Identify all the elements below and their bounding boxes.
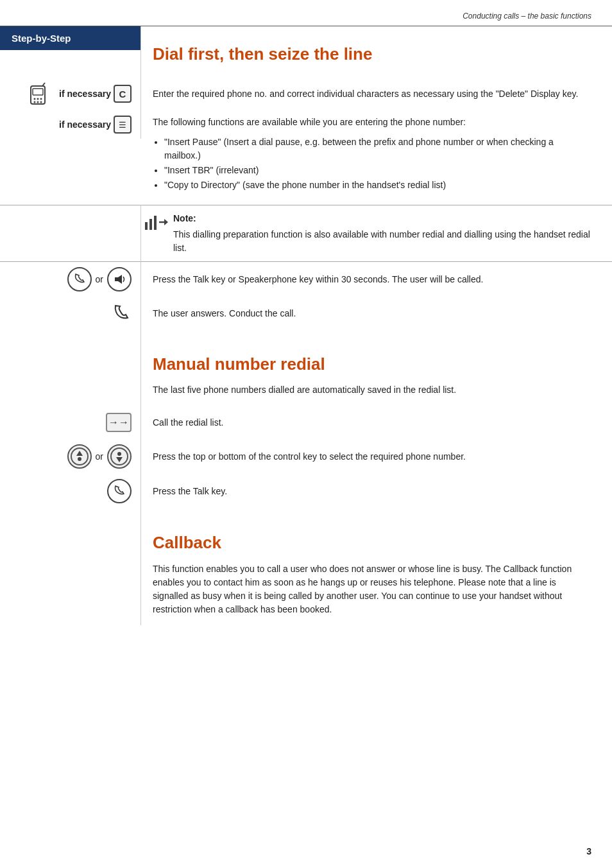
menu-key-icon: ☰ (114, 116, 132, 134)
step-by-step-bar: Step-by-Step (0, 26, 140, 50)
header-area: Step-by-Step Dial first, then seize the … (0, 26, 612, 77)
icon-group-control: or (67, 444, 132, 469)
redial-arrow-icon: →→ (106, 413, 132, 432)
step-row-redial-1: →→ Call the redial list. (0, 406, 612, 439)
title-content-2: Manual number redial The last five phone… (141, 330, 612, 406)
step-text-redial-1: Call the redial list. (141, 406, 612, 439)
step-icon-answer (0, 297, 141, 330)
or-text-control: or (96, 451, 103, 462)
speakerphone-key-icon (107, 267, 132, 291)
note-icon-cell (0, 205, 141, 262)
section3-text: This function enables you to call a user… (153, 562, 591, 616)
step-text-control: Press the top or bottom of the control k… (141, 439, 612, 474)
or-text-talk: or (96, 274, 103, 284)
section2-title: Manual number redial (153, 354, 591, 374)
step-icon-talk2 (0, 474, 141, 508)
section2-intro: The last five phone numbers dialled are … (153, 383, 591, 397)
title-content-3: Callback This function enables you to ca… (141, 508, 612, 625)
step-icon-2: if necessary ☰ (0, 110, 141, 139)
step-row-answer: The user answers. Conduct the call. (0, 297, 612, 330)
note-arrow-icon (144, 213, 168, 235)
svg-point-4 (37, 98, 39, 100)
page-number: 3 (586, 846, 591, 856)
svg-point-5 (40, 98, 42, 100)
svg-point-19 (111, 448, 128, 465)
step-text-talk2: Press the Talk key. (141, 474, 612, 508)
page-header: Conducting calls – the basic functions (0, 0, 612, 26)
step-text-2: The following functions are available wh… (141, 110, 612, 205)
control-key-down-icon (107, 444, 132, 469)
svg-marker-13 (164, 219, 168, 225)
step-row-1: if necessary C Enter the required phone … (0, 77, 612, 110)
phone-device-icon (30, 82, 56, 105)
svg-point-21 (117, 452, 121, 456)
step-icon-redial-1: →→ (0, 406, 141, 439)
handset-icon (111, 302, 132, 325)
header-right: Dial first, then seize the line (141, 26, 612, 77)
title-sidebar-2 (0, 330, 141, 406)
note-text: This dialling preparation function is al… (173, 228, 591, 255)
bullet-list: "Insert Pause" (Insert a dial pause, e.g… (164, 135, 591, 193)
bullet-3: "Copy to Directory" (save the phone numb… (164, 178, 591, 192)
delete-key-icon: C (114, 85, 132, 103)
page: Conducting calls – the basic functions S… (0, 0, 612, 868)
talk-key-icon-2 (107, 479, 132, 503)
step-text-answer: The user answers. Conduct the call. (141, 297, 612, 330)
step-icon-1: if necessary C (0, 77, 141, 110)
header-title: Conducting calls – the basic functions (463, 12, 591, 21)
step-row-control: or Press the top or bottom of the contro… (0, 439, 612, 474)
svg-rect-1 (33, 89, 43, 95)
svg-point-3 (34, 98, 36, 100)
icon-group-1: if necessary C (30, 82, 132, 105)
section3-title: Callback (153, 533, 591, 553)
section3-title-row: Callback This function enables you to ca… (0, 508, 612, 625)
if-necessary-label-2: if necessary (59, 119, 111, 130)
svg-point-6 (34, 101, 36, 103)
note-row: Note: This dialling preparation function… (0, 205, 612, 262)
svg-point-8 (40, 101, 42, 103)
svg-marker-20 (116, 457, 123, 462)
svg-rect-14 (115, 277, 118, 281)
svg-marker-15 (118, 275, 122, 284)
svg-rect-9 (145, 222, 148, 230)
header-sidebar: Step-by-Step (0, 26, 141, 77)
step-row-talk: or Press the Talk key or Speakerphone ke… (0, 262, 612, 297)
svg-marker-17 (76, 451, 83, 456)
title-sidebar-3 (0, 508, 141, 625)
section1-title: Dial first, then seize the line (153, 44, 591, 64)
talk-key-icon (67, 267, 92, 291)
step-row-talk2: Press the Talk key. (0, 474, 612, 508)
note-arrow-svg (144, 213, 168, 231)
control-key-up-icon (67, 444, 92, 469)
section2-title-row: Manual number redial The last five phone… (0, 330, 612, 406)
step-text-1: Enter the required phone no. and correct… (141, 77, 612, 110)
svg-point-16 (71, 448, 88, 465)
step-row-2: if necessary ☰ The following functions a… (0, 110, 612, 205)
svg-rect-11 (154, 216, 157, 230)
note-content: Note: This dialling preparation function… (173, 212, 591, 255)
icon-group-talk: or (67, 267, 132, 291)
svg-rect-10 (149, 219, 152, 230)
svg-point-18 (78, 457, 81, 461)
svg-point-7 (37, 101, 39, 103)
step-text-talk: Press the Talk key or Speakerphone key w… (141, 262, 612, 297)
bullet-2: "Insert TBR" (irrelevant) (164, 164, 591, 177)
note-text-cell: Note: This dialling preparation function… (141, 205, 612, 262)
bullet-1: "Insert Pause" (Insert a dial pause, e.g… (164, 135, 591, 162)
step-icon-talk: or (0, 262, 141, 297)
step-icon-control: or (0, 439, 141, 474)
icon-group-2: if necessary ☰ (56, 116, 132, 134)
if-necessary-label-1: if necessary (59, 89, 111, 99)
note-label: Note: (173, 212, 591, 225)
